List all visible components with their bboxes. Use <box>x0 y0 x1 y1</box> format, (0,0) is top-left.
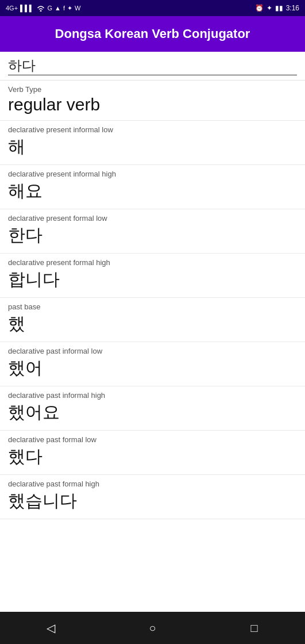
conjugation-value: 했습니다 <box>8 489 297 513</box>
verb-type-value: regular verb <box>8 95 297 114</box>
conjugation-label: declarative present formal low <box>8 214 297 223</box>
alarm-icon: ⏰ <box>255 4 264 12</box>
conjugation-label: declarative present informal high <box>8 170 297 178</box>
verb-input-area <box>0 52 305 80</box>
conjugation-label: declarative past formal low <box>8 435 297 444</box>
conjugation-row: declarative past formal low했다 <box>0 431 305 475</box>
recents-button[interactable]: □ <box>240 616 269 639</box>
conjugation-value: 했 <box>8 312 297 336</box>
pocket-icon: ✦ <box>67 5 72 12</box>
conjugation-value: 합니다 <box>8 268 297 292</box>
facebook-icon: f <box>63 5 65 12</box>
status-bar: 4G+ ▌▌▌ G ▲ f ✦ W ⏰ ✦ ▮▮ 3:16 <box>0 0 305 16</box>
svg-point-0 <box>40 10 41 12</box>
conjugation-value: 해요 <box>8 179 297 203</box>
verb-input[interactable] <box>8 57 297 74</box>
app-title: Dongsa Korean Verb Conjugator <box>55 26 250 41</box>
verb-type-label: Verb Type <box>8 85 297 94</box>
conjugation-label: declarative past informal high <box>8 391 297 400</box>
conjugation-label: declarative past informal low <box>8 347 297 355</box>
conjugation-label: past base <box>8 302 297 311</box>
conjugation-row: declarative present formal low한다 <box>0 209 305 254</box>
battery-icon: ▮▮ <box>275 4 283 12</box>
input-underline <box>8 75 297 75</box>
recents-icon: □ <box>250 622 257 635</box>
conjugation-row: declarative present informal low해 <box>0 121 305 165</box>
status-right: ⏰ ✦ ▮▮ 3:16 <box>255 4 299 12</box>
wifi-icon <box>36 3 45 13</box>
google-icon: G <box>48 5 53 12</box>
time-display: 3:16 <box>286 4 299 12</box>
verb-type-item: Verb Type regular verb <box>0 80 305 121</box>
conjugation-row: past base했 <box>0 298 305 342</box>
conjugation-label: declarative present formal high <box>8 258 297 267</box>
conjugation-value: 해 <box>8 135 297 159</box>
carrier-text: 4G+ <box>6 5 18 12</box>
bluetooth-icon: ✦ <box>267 4 272 12</box>
conjugation-row: declarative past informal high했어요 <box>0 386 305 431</box>
conjugation-value: 했어요 <box>8 401 297 424</box>
conjugation-value: 한다 <box>8 224 297 247</box>
conjugation-row: declarative past formal high했습니다 <box>0 475 305 519</box>
whatsapp-icon: W <box>75 5 80 12</box>
drive-icon: ▲ <box>55 5 61 12</box>
conjugation-label: declarative past formal high <box>8 480 297 488</box>
back-button[interactable]: ◁ <box>37 616 65 639</box>
conjugation-value: 했어 <box>8 356 297 380</box>
status-left: 4G+ ▌▌▌ G ▲ f ✦ W <box>6 3 80 13</box>
back-icon: ◁ <box>47 621 55 635</box>
conjugation-row: declarative past informal low했어 <box>0 342 305 386</box>
home-button[interactable]: ○ <box>138 616 167 639</box>
bottom-nav: ◁ ○ □ <box>0 612 305 644</box>
conjugation-label: declarative present informal low <box>8 125 297 134</box>
home-icon: ○ <box>149 622 156 635</box>
app-header: Dongsa Korean Verb Conjugator <box>0 16 305 52</box>
conjugation-value: 했다 <box>8 445 297 469</box>
conjugation-row: declarative present formal high합니다 <box>0 254 305 298</box>
signal-icon: ▌▌▌ <box>20 5 33 12</box>
conjugation-row: declarative present informal high해요 <box>0 165 305 209</box>
conjugation-list: Verb Type regular verb declarative prese… <box>0 80 305 612</box>
